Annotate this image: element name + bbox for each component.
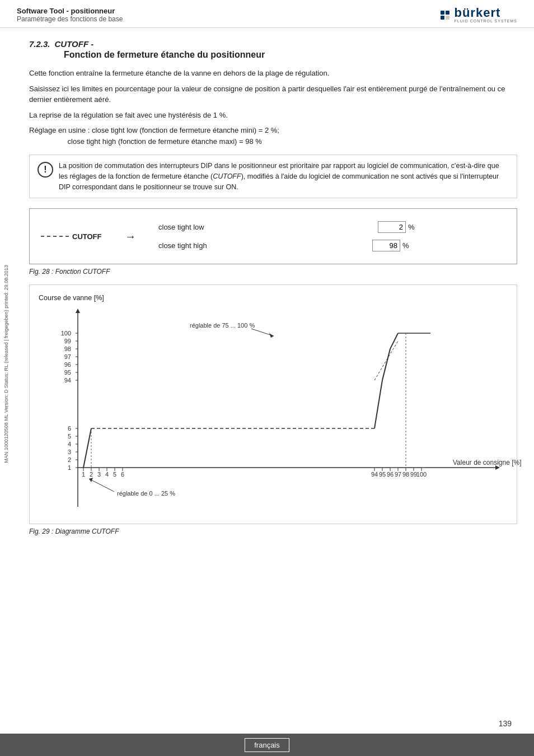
svg-text:96: 96	[64, 361, 71, 368]
svg-text:réglable de 75 ... 100 %: réglable de 75 ... 100 %	[190, 322, 255, 329]
svg-text:94: 94	[64, 377, 71, 384]
svg-text:3: 3	[97, 471, 101, 478]
page-number: 139	[499, 719, 512, 728]
section-heading: 7.2.3. CUTOFF -	[29, 39, 517, 49]
svg-text:6: 6	[68, 425, 71, 432]
svg-marker-69	[89, 478, 93, 482]
chart-y-label: Course de vanne [%]	[39, 294, 508, 302]
burkert-logo: bürkert FLUID CONTROL SYSTEMS	[441, 7, 517, 23]
section-title: Fonction de fermeture étanche du positio…	[64, 50, 517, 60]
param-input-high[interactable]	[372, 240, 400, 251]
svg-text:Valeur de consigne [%]: Valeur de consigne [%]	[453, 459, 522, 466]
param-label-2: close tight high	[158, 241, 226, 250]
svg-text:5: 5	[68, 433, 71, 440]
svg-text:5: 5	[113, 471, 116, 478]
svg-text:100: 100	[61, 330, 71, 337]
param-row-1: close tight low %	[158, 221, 415, 233]
cutoff-label: CUTOFF	[41, 232, 119, 241]
param-input-low[interactable]	[378, 221, 406, 233]
header-title: Software Tool - positionneur	[17, 7, 123, 15]
svg-text:2: 2	[68, 456, 71, 463]
warning-icon: !	[38, 162, 53, 178]
cutoff-params: close tight low % close tight high %	[158, 221, 415, 251]
svg-text:4: 4	[68, 441, 71, 447]
svg-text:97: 97	[64, 353, 71, 360]
svg-line-59	[374, 380, 382, 428]
body-para-4: Réglage en usine : close tight low (fonc…	[29, 125, 517, 147]
svg-line-60	[382, 349, 390, 380]
svg-text:95: 95	[64, 369, 71, 376]
svg-text:1: 1	[68, 464, 71, 471]
svg-text:99: 99	[64, 338, 71, 344]
param-unit-1: %	[408, 223, 415, 231]
svg-line-57	[83, 428, 91, 468]
chart-svg: 100 99 98 97 96 95 94 6 5 4 3 2 1	[39, 305, 526, 518]
svg-text:100: 100	[416, 471, 427, 478]
warning-text: La position de commutation des interrupt…	[59, 161, 509, 192]
svg-text:94: 94	[371, 471, 378, 478]
logo-name: bürkert	[454, 7, 517, 19]
svg-text:réglable de 0 ... 25 %: réglable de 0 ... 25 %	[117, 490, 175, 497]
param-unit-2: %	[402, 241, 409, 250]
svg-marker-2	[76, 309, 80, 313]
svg-text:97: 97	[395, 471, 401, 478]
footer-language: français	[245, 738, 289, 752]
dashed-line-icon	[41, 236, 69, 237]
svg-line-63	[374, 341, 398, 380]
svg-text:3: 3	[68, 449, 71, 455]
body-para-1: Cette fonction entraîne la fermeture éta…	[29, 68, 517, 79]
body-para-2: Saisissez ici les limites en pourcentage…	[29, 83, 517, 105]
svg-marker-66	[269, 333, 274, 338]
svg-text:98: 98	[64, 346, 71, 352]
body-para-3: La reprise de la régulation se fait avec…	[29, 110, 517, 121]
svg-text:96: 96	[387, 471, 394, 478]
cutoff-diagram: CUTOFF → close tight low % close tight h…	[29, 208, 517, 264]
svg-text:4: 4	[105, 471, 109, 478]
svg-text:6: 6	[121, 471, 124, 478]
header-title-block: Software Tool - positionneur Paramétrage…	[17, 7, 123, 23]
page-header: Software Tool - positionneur Paramétrage…	[0, 0, 534, 28]
main-content: 7.2.3. CUTOFF - Fonction de fermeture ét…	[12, 28, 534, 556]
arrow-icon: →	[125, 230, 136, 243]
warning-box: ! La position de commutation des interru…	[29, 155, 517, 198]
svg-text:1: 1	[82, 471, 85, 478]
svg-line-68	[89, 479, 114, 492]
chart-container: Course de vanne [%] 100 99 98 97 96 95 9…	[29, 284, 517, 524]
fig29-caption: Fig. 29 : Diagramme CUTOFF	[29, 528, 517, 535]
svg-text:98: 98	[402, 471, 409, 478]
param-label-1: close tight low	[158, 223, 226, 231]
svg-text:2: 2	[90, 471, 93, 478]
logo-tagline: FLUID CONTROL SYSTEMS	[454, 19, 517, 23]
param-row-2: close tight high %	[158, 240, 415, 251]
svg-line-61	[390, 333, 398, 349]
svg-text:95: 95	[379, 471, 386, 478]
footer: français	[0, 734, 534, 756]
header-subtitle: Paramétrage des fonctions de base	[17, 15, 123, 23]
sidebar-text: MAN 1000120508 ML Version: D Status: RL …	[0, 112, 12, 616]
fig28-caption: Fig. 28 : Fonction CUTOFF	[29, 268, 517, 276]
